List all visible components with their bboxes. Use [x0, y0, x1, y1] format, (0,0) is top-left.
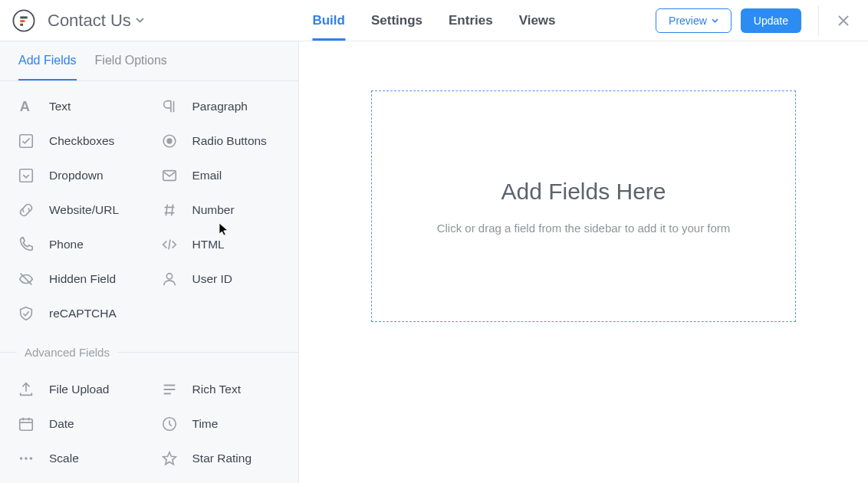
field-upload[interactable]: File Upload: [6, 373, 150, 405]
field-label: User ID: [192, 272, 233, 286]
field-user[interactable]: User ID: [150, 263, 293, 294]
hidden-icon: [17, 270, 35, 288]
field-label: Hidden Field: [49, 272, 116, 286]
top-actions: Preview Update: [656, 5, 854, 36]
svg-rect-2: [20, 20, 25, 22]
field-paragraph[interactable]: Paragraph: [150, 90, 293, 122]
basic-fields-grid: TextParagraphCheckboxesRadio ButtonsDrop…: [0, 81, 298, 329]
field-label: Website/URL: [49, 203, 119, 217]
field-richtext[interactable]: Rich Text: [150, 373, 293, 405]
sidebar: Add Fields Field Options TextParagraphCh…: [0, 41, 299, 483]
url-icon: [17, 201, 35, 219]
caret-down-icon: [712, 18, 718, 23]
field-text[interactable]: Text: [6, 90, 150, 122]
field-checkbox[interactable]: Checkboxes: [6, 125, 150, 156]
field-label: HTML: [192, 238, 225, 251]
tab-entries-label: Entries: [449, 13, 493, 28]
checkbox-icon: [17, 132, 35, 150]
svg-rect-1: [20, 16, 27, 18]
top-bar: Contact Us Build Settings Entries Views …: [0, 0, 868, 41]
sidebar-tab-add-fields[interactable]: Add Fields: [18, 54, 77, 80]
field-label: Email: [192, 169, 222, 182]
radio-icon: [160, 132, 179, 150]
email-icon: [160, 166, 179, 185]
update-button[interactable]: Update: [741, 8, 801, 33]
field-hidden[interactable]: Hidden Field: [6, 263, 150, 294]
preview-button[interactable]: Preview: [656, 8, 732, 33]
star-icon: [160, 449, 179, 468]
divider: [818, 5, 819, 36]
field-label: Paragraph: [192, 100, 248, 113]
field-label: Dropdown: [49, 169, 104, 182]
field-label: Star Rating: [192, 452, 252, 465]
scale-icon: [17, 449, 35, 468]
advanced-label: Advanced Fields: [17, 346, 117, 359]
dropdown-icon: [17, 166, 35, 185]
advanced-fields-grid: File UploadRich TextDateTimeScaleStar Ra…: [0, 360, 298, 474]
field-dropdown[interactable]: Dropdown: [6, 159, 150, 191]
field-url[interactable]: Website/URL: [6, 194, 150, 225]
app-logo-icon: [11, 8, 37, 34]
empty-dropzone[interactable]: Add Fields Here Click or drag a field fr…: [371, 90, 796, 322]
field-html[interactable]: HTML: [150, 228, 293, 260]
richtext-icon: [160, 380, 179, 399]
tab-settings-label: Settings: [371, 13, 422, 28]
field-label: Text: [49, 100, 71, 113]
drop-subtitle: Click or drag a field from the sidebar t…: [437, 222, 731, 235]
field-label: reCAPTCHA: [49, 307, 117, 320]
advanced-section-header: Advanced Fields: [0, 346, 298, 360]
upload-icon: [17, 380, 35, 399]
main-tabs: Build Settings Entries Views: [312, 0, 555, 41]
field-label: Checkboxes: [49, 134, 114, 148]
field-scale[interactable]: Scale: [6, 442, 150, 474]
tab-entries[interactable]: Entries: [449, 0, 493, 41]
field-number[interactable]: Number: [150, 194, 293, 225]
sidebar-tabs: Add Fields Field Options: [0, 41, 298, 81]
phone-icon: [17, 235, 35, 254]
captcha-icon: [17, 304, 35, 323]
field-email[interactable]: Email: [150, 159, 293, 191]
preview-label: Preview: [669, 15, 707, 27]
user-icon: [160, 270, 179, 288]
field-captcha[interactable]: reCAPTCHA: [6, 297, 150, 329]
field-star[interactable]: Star Rating: [150, 442, 293, 474]
form-title-selector[interactable]: Contact Us: [48, 11, 144, 31]
paragraph-icon: [160, 97, 179, 116]
tab-build[interactable]: Build: [312, 0, 345, 41]
form-title-text: Contact Us: [48, 11, 131, 31]
field-radio[interactable]: Radio Buttons: [150, 125, 293, 156]
tab-build-label: Build: [312, 13, 345, 28]
tab-settings[interactable]: Settings: [371, 0, 422, 41]
field-label: Phone: [49, 238, 84, 251]
field-label: Rich Text: [192, 383, 241, 396]
form-canvas: Add Fields Here Click or drag a field fr…: [299, 41, 868, 483]
field-date[interactable]: Date: [6, 408, 150, 439]
close-button[interactable]: [833, 10, 854, 31]
number-icon: [160, 201, 179, 219]
brand: Contact Us: [11, 8, 144, 34]
text-icon: [17, 97, 35, 116]
sidebar-tab-label: Field Options: [95, 54, 167, 67]
field-label: Radio Buttons: [192, 134, 267, 148]
sidebar-tab-field-options[interactable]: Field Options: [95, 54, 167, 80]
field-label: Scale: [49, 452, 79, 465]
body: Add Fields Field Options TextParagraphCh…: [0, 41, 868, 483]
update-label: Update: [754, 15, 788, 27]
date-icon: [17, 415, 35, 433]
field-label: Time: [192, 417, 219, 431]
html-icon: [160, 235, 179, 254]
drop-title: Add Fields Here: [501, 179, 666, 205]
tab-views[interactable]: Views: [519, 0, 556, 41]
caret-down-icon: [136, 18, 144, 23]
field-label: File Upload: [49, 383, 109, 396]
field-phone[interactable]: Phone: [6, 228, 150, 260]
svg-rect-3: [20, 23, 23, 25]
sidebar-tab-label: Add Fields: [18, 54, 77, 67]
field-time[interactable]: Time: [150, 408, 293, 439]
field-label: Number: [192, 203, 235, 217]
time-icon: [160, 415, 179, 433]
tab-views-label: Views: [519, 13, 556, 28]
field-label: Date: [49, 417, 74, 431]
